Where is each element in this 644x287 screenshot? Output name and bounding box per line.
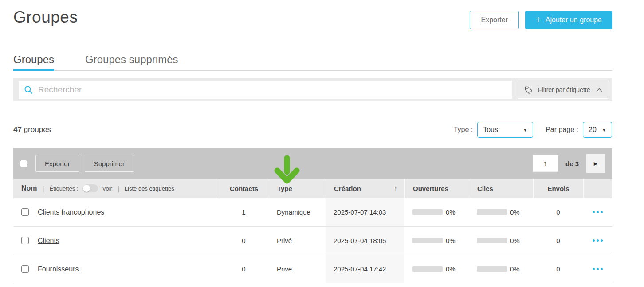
clics-cell: 0% (469, 255, 533, 283)
table-header-name: Nom | Étiquettes : Voir | Liste des étiq… (13, 179, 219, 198)
ouvertures-progress-bar (412, 209, 443, 215)
ouvertures-cell: 0% (404, 255, 469, 283)
group-name-link[interactable]: Clients (38, 237, 59, 245)
name-cell: Clients (13, 227, 219, 255)
page-title: Groupes (13, 8, 78, 27)
name-cell: Fournisseurs (13, 255, 219, 283)
ouvertures-value: 0% (446, 237, 456, 244)
next-page-button[interactable]: ▶ (586, 154, 605, 173)
group-name-link[interactable]: Clients francophones (38, 208, 104, 216)
tab-groupes[interactable]: Groupes (13, 53, 54, 70)
clics-progress-bar (477, 266, 507, 272)
column-header-type[interactable]: Type (269, 179, 326, 198)
type-select[interactable]: Tous ▼ (477, 122, 533, 138)
tags-visibility-toggle[interactable] (83, 184, 98, 192)
voir-label: Voir (102, 185, 112, 192)
ouvertures-progress-bar (412, 266, 443, 272)
row-checkbox[interactable] (21, 237, 29, 244)
header-actions: Exporter + Ajouter un groupe (470, 8, 612, 29)
table-row: Clients 0 Privé 2025-07-04 18:05 0% 0% 0 (13, 227, 612, 255)
envois-cell: 0 (533, 198, 583, 226)
chevron-up-icon (596, 88, 602, 92)
add-group-button[interactable]: + Ajouter un groupe (525, 11, 612, 29)
ouvertures-progress-bar (412, 238, 443, 243)
creation-cell: 2025-07-07 14:03 (326, 198, 404, 226)
column-header-actions (583, 179, 612, 198)
divider: | (43, 185, 44, 192)
ouvertures-value: 0% (446, 265, 456, 273)
next-page-icon: ▶ (594, 161, 597, 166)
clics-value: 0% (510, 265, 520, 273)
per-page-value: 20 (589, 126, 597, 134)
caret-down-icon: ▼ (523, 128, 527, 132)
ouvertures-cell: 0% (404, 198, 469, 226)
clics-cell: 0% (469, 227, 533, 255)
groups-count-number: 47 (13, 125, 22, 134)
tabs: Groupes Groupes supprimés (13, 53, 612, 71)
etiquettes-label: Étiquettes : (49, 185, 78, 192)
more-options-icon[interactable] (583, 198, 612, 226)
type-cell: Dynamique (269, 198, 326, 226)
column-header-creation[interactable]: Création ↑ (326, 179, 404, 198)
contacts-cell: 1 (219, 198, 269, 226)
row-checkbox[interactable] (21, 265, 29, 273)
divider: | (118, 185, 119, 192)
clics-cell: 0% (469, 198, 533, 226)
filter-by-tag-button[interactable]: Filtrer par étiquette (518, 81, 609, 99)
bulk-actions-toolbar: Exporter Supprimer de 3 ▶ (13, 148, 612, 179)
filter-label: Filtrer par étiquette (538, 86, 591, 93)
creation-label: Création (334, 185, 361, 192)
ouvertures-value: 0% (446, 208, 456, 216)
groups-table: Nom | Étiquettes : Voir | Liste des étiq… (13, 179, 612, 283)
bulk-delete-button[interactable]: Supprimer (85, 155, 134, 172)
page-total-label: de 3 (565, 160, 579, 167)
groups-page: Groupes Exporter + Ajouter un groupe Gro… (0, 0, 644, 287)
column-header-ouvertures[interactable]: Ouvertures (404, 179, 469, 198)
column-header-envois[interactable]: Envois (533, 179, 583, 198)
search-strip: Filtrer par étiquette (13, 78, 612, 101)
clics-progress-bar (477, 209, 507, 215)
column-header-contacts[interactable]: Contacts (219, 179, 269, 198)
toggle-knob (83, 185, 90, 192)
ouvertures-cell: 0% (404, 227, 469, 255)
table-row: Clients francophones 1 Dynamique 2025-07… (13, 198, 612, 227)
type-filter-label: Type : (454, 126, 473, 134)
column-header-nom: Nom (21, 184, 37, 192)
per-page-label: Par page : (546, 126, 578, 134)
search-icon (24, 85, 33, 94)
list-controls: Type : Tous ▼ Par page : 20 ▼ (454, 122, 612, 138)
more-options-icon[interactable] (583, 227, 612, 255)
table-row: Fournisseurs 0 Privé 2025-07-04 17:42 0%… (13, 255, 612, 283)
type-select-value: Tous (483, 126, 498, 134)
contacts-cell: 0 (219, 255, 269, 283)
column-header-clics[interactable]: Clics (469, 179, 533, 198)
export-button[interactable]: Exporter (470, 11, 518, 29)
envois-cell: 0 (533, 227, 583, 255)
envois-cell: 0 (533, 255, 583, 283)
page-header: Groupes Exporter + Ajouter un groupe (13, 8, 612, 29)
contacts-cell: 0 (219, 227, 269, 255)
type-cell: Privé (269, 255, 326, 283)
type-cell: Privé (269, 227, 326, 255)
bulk-export-button[interactable]: Exporter (35, 155, 79, 172)
tab-groupes-supprimes[interactable]: Groupes supprimés (85, 53, 178, 70)
add-group-label: Ajouter un groupe (546, 16, 602, 24)
search-input[interactable] (38, 85, 507, 95)
page-number-input[interactable] (533, 155, 558, 172)
clics-value: 0% (510, 208, 520, 216)
plus-icon: + (535, 15, 541, 25)
search-box (19, 81, 512, 99)
table-header-row: Nom | Étiquettes : Voir | Liste des étiq… (13, 179, 612, 198)
per-page-select[interactable]: 20 ▼ (583, 122, 612, 138)
caret-down-icon: ▼ (602, 128, 606, 132)
group-name-link[interactable]: Fournisseurs (38, 265, 79, 273)
row-checkbox[interactable] (21, 208, 29, 216)
more-options-icon[interactable] (583, 255, 612, 283)
select-all-checkbox[interactable] (20, 160, 27, 167)
name-cell: Clients francophones (13, 198, 219, 226)
creation-cell: 2025-07-04 18:05 (326, 227, 404, 255)
summary-row: 47 groupes Type : Tous ▼ Par page : 20 ▼ (13, 122, 612, 138)
tags-list-link[interactable]: Liste des étiquettes (125, 185, 174, 192)
clics-value: 0% (510, 237, 520, 244)
creation-cell: 2025-07-04 17:42 (326, 255, 404, 283)
